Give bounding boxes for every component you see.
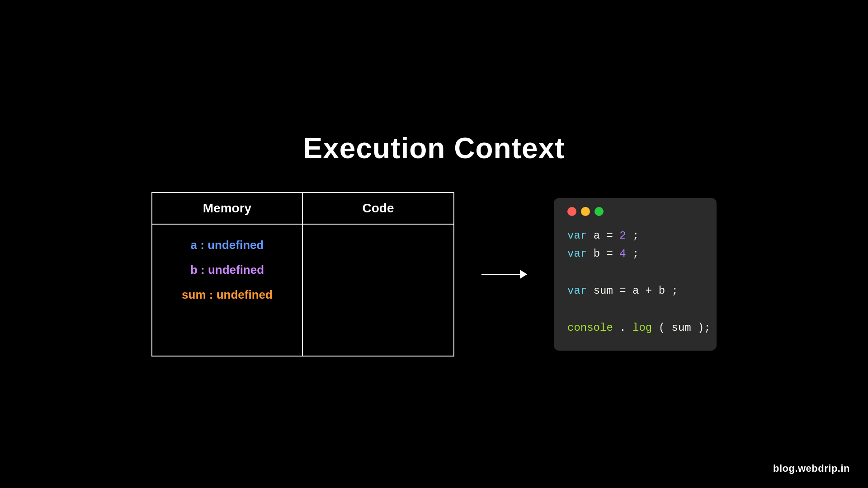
- editor-dots: [567, 207, 703, 216]
- page-title: Execution Context: [303, 131, 565, 165]
- code-header: Code: [303, 193, 453, 225]
- memory-item-a: a : undefined: [191, 238, 264, 252]
- console-fn: console: [567, 322, 613, 334]
- dot-red: [567, 207, 576, 216]
- memory-column: a : undefined b : undefined sum : undefi…: [152, 225, 303, 356]
- code-line-empty-2: [567, 300, 703, 319]
- memory-item-sum: sum : undefined: [182, 288, 273, 302]
- dot-yellow: [581, 207, 590, 216]
- code-editor: var a = 2 ; var b = 4 ; var sum = a +: [554, 198, 717, 351]
- main-content: Memory Code a : undefined b : undefined …: [151, 192, 717, 357]
- arrow-container: [481, 274, 527, 275]
- kw-var-2: var: [567, 248, 587, 260]
- memory-item-b: b : undefined: [190, 263, 264, 277]
- code-line-4: console . log ( sum );: [567, 319, 703, 338]
- execution-context-table: Memory Code a : undefined b : undefined …: [151, 192, 454, 357]
- code-block: var a = 2 ; var b = 4 ; var sum = a +: [567, 227, 703, 338]
- kw-var-1: var: [567, 230, 587, 242]
- code-line-2: var b = 4 ;: [567, 245, 703, 263]
- code-line-empty: [567, 263, 703, 282]
- dot-green: [594, 207, 604, 216]
- table-header: Memory Code: [152, 193, 453, 225]
- code-line-1: var a = 2 ;: [567, 227, 703, 245]
- kw-var-3: var: [567, 285, 587, 297]
- code-column: [303, 225, 453, 356]
- arrow-line: [481, 274, 527, 275]
- right-arrow: [481, 274, 527, 275]
- table-body: a : undefined b : undefined sum : undefi…: [152, 225, 453, 356]
- code-line-3: var sum = a + b ;: [567, 282, 703, 300]
- log-fn: log: [632, 322, 652, 334]
- watermark: blog.webdrip.in: [773, 463, 850, 474]
- memory-header: Memory: [152, 193, 303, 225]
